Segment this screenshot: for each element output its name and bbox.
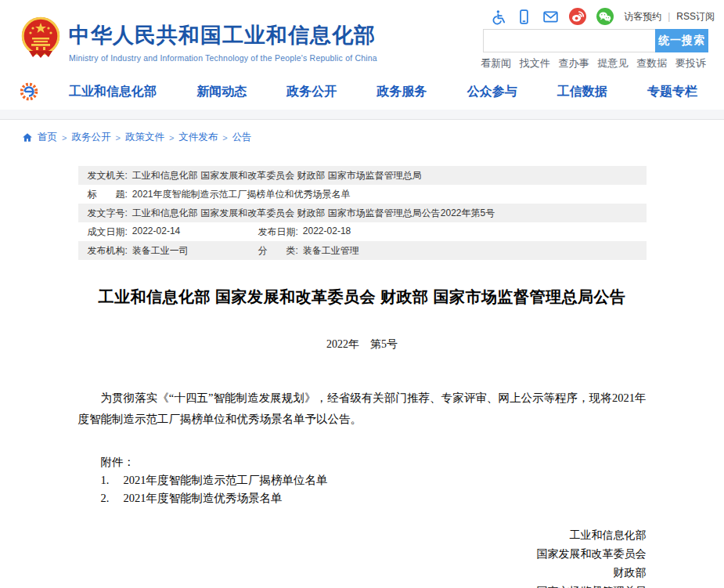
meta-label: 成文日期: [88, 225, 128, 239]
unified-search-button[interactable]: 统一搜索 [655, 29, 708, 52]
meta-row-doc-number: 发文字号: 工业和信息化部 国家发展和改革委员会 财政部 国家市场监督管理总局公… [78, 204, 647, 222]
quick-link-services[interactable]: 查办事 [559, 56, 589, 70]
utility-bar: 访客预约 | RSS订阅 [489, 8, 715, 25]
meta-value: 工业和信息化部 国家发展和改革委员会 财政部 国家市场监督管理总局 [132, 169, 422, 182]
signature-block: 工业和信息化部 国家发展和改革委员会 财政部 国家市场监督管理总局 [78, 526, 647, 588]
breadcrumb-separator: > [222, 133, 227, 142]
breadcrumb-announcement[interactable]: 公告 [232, 131, 252, 144]
attachment-item-1[interactable]: 1. 2021年度智能制造示范工厂揭榜单位名单 [101, 471, 647, 489]
signature-line: 工业和信息化部 [78, 526, 647, 545]
breadcrumb: 首页 > 政务公开 > 政策文件 > 文件发布 > 公告 [22, 131, 724, 144]
attachment-number: 1. [101, 471, 124, 489]
attachment-text: 2021年度智能制造示范工厂揭榜单位名单 [124, 471, 328, 489]
visitor-appointment-link[interactable]: 访客预约 [624, 10, 661, 23]
breadcrumb-separator: > [115, 133, 120, 142]
meta-value: 装备工业管理 [303, 244, 359, 258]
attachment-number: 2. [101, 489, 124, 507]
attachments-label: 附件： [78, 453, 647, 471]
divider: | [668, 11, 670, 22]
mail-icon[interactable] [542, 9, 559, 25]
announcement-body: 为贯彻落实《“十四五”智能制造发展规划》，经省级有关部门推荐、专家评审、网上公示… [78, 388, 647, 588]
meta-row-issuing-agency: 发文机关: 工业和信息化部 国家发展和改革委员会 财政部 国家市场监督管理总局 [78, 166, 647, 185]
weibo-icon[interactable] [569, 8, 586, 25]
breadcrumb-gov-disclosure[interactable]: 政务公开 [71, 131, 110, 144]
document-container: 发文机关: 工业和信息化部 国家发展和改革委员会 财政部 国家市场监督管理总局 … [78, 166, 647, 588]
site-subtitle: Ministry of Industry and Information Tec… [69, 53, 377, 63]
signature-line: 国家发展和改革委员会 [78, 545, 647, 564]
home-icon[interactable] [22, 132, 33, 142]
quick-links: 看新闻 找文件 查办事 提意见 查数据 要投诉 [481, 56, 706, 70]
meta-label: 分 类: [258, 244, 298, 258]
quick-link-files[interactable]: 找文件 [520, 56, 550, 70]
wechat-icon[interactable] [596, 8, 614, 25]
meta-value: 装备工业一司 [132, 244, 189, 258]
rss-subscribe-link[interactable]: RSS订阅 [676, 10, 715, 23]
quick-link-news[interactable]: 看新闻 [481, 56, 511, 70]
meta-label: 发文机关: [88, 169, 128, 182]
announcement-paragraph: 为贯彻落实《“十四五”智能制造发展规划》，经省级有关部门推荐、专家评审、网上公示… [78, 388, 647, 430]
mobile-icon[interactable] [516, 9, 532, 25]
search-input[interactable] [483, 29, 655, 52]
breadcrumb-separator: > [62, 133, 67, 142]
breadcrumb-policy-files[interactable]: 政策文件 [125, 131, 164, 144]
meta-label: 发布日期: [258, 225, 298, 239]
nav-item-gov-disclosure[interactable]: 政务公开 [286, 84, 337, 100]
site-title: 中华人民共和国工业和信息化部 [69, 21, 377, 49]
meta-value: 2022-02-14 [132, 225, 180, 239]
breadcrumb-file-release[interactable]: 文件发布 [178, 131, 218, 144]
utility-links: 访客预约 | RSS订阅 [624, 10, 715, 23]
nav-divider-strip [0, 110, 724, 120]
quick-link-suggestions[interactable]: 提意见 [597, 56, 628, 70]
breadcrumb-separator: > [169, 133, 174, 142]
miit-gear-logo-icon [20, 82, 38, 101]
quick-link-complaints[interactable]: 要投诉 [675, 56, 706, 70]
search-bar: 统一搜索 [483, 29, 708, 52]
signature-line: 财政部 [78, 564, 647, 583]
meta-label: 发文字号: [88, 207, 128, 220]
signature-line: 国家市场监督管理总局 [78, 583, 647, 588]
meta-label: 发布机构: [88, 244, 128, 258]
meta-value: 2021年度智能制造示范工厂揭榜单位和优秀场景名单 [132, 188, 351, 201]
attachment-text: 2021年度智能制造优秀场景名单 [124, 489, 283, 507]
nav-item-gov-services[interactable]: 政务服务 [376, 84, 427, 100]
national-emblem-logo [21, 16, 60, 60]
main-nav: 工业和信息化部 新闻动态 政务公开 政务服务 公众参与 工信数据 专题专栏 [0, 74, 724, 110]
nav-item-news[interactable]: 新闻动态 [196, 84, 247, 100]
meta-value: 工业和信息化部 国家发展和改革委员会 财政部 国家市场监督管理总局公告2022年… [132, 207, 495, 220]
attachment-item-2[interactable]: 2. 2021年度智能制造优秀场景名单 [101, 489, 647, 507]
document-meta-table: 发文机关: 工业和信息化部 国家发展和改革委员会 财政部 国家市场监督管理总局 … [78, 166, 647, 260]
meta-row-publisher: 发布机构: 装备工业一司 分 类: 装备工业管理 [78, 241, 647, 260]
breadcrumb-home[interactable]: 首页 [38, 131, 57, 144]
nav-item-data[interactable]: 工信数据 [557, 84, 607, 100]
attachments-section: 附件： 1. 2021年度智能制造示范工厂揭榜单位名单 2. 2021年度智能制… [78, 453, 647, 507]
nav-item-miit[interactable]: 工业和信息化部 [69, 84, 157, 100]
announcement-title: 工业和信息化部 国家发展和改革委员会 财政部 国家市场监督管理总局公告 [78, 287, 647, 308]
site-header: 中华人民共和国工业和信息化部 Ministry of Industry and … [0, 0, 724, 74]
meta-label: 标 题: [88, 188, 128, 201]
announcement-number: 2022年 第5号 [78, 337, 647, 352]
nav-item-public-participation[interactable]: 公众参与 [467, 84, 517, 100]
accessibility-icon[interactable] [489, 9, 506, 25]
quick-link-data[interactable]: 查数据 [636, 56, 667, 70]
meta-value: 2022-02-18 [303, 225, 351, 239]
meta-row-dates: 成文日期: 2022-02-14 发布日期: 2022-02-18 [78, 222, 647, 241]
nav-item-special-topics[interactable]: 专题专栏 [647, 84, 697, 100]
meta-row-title: 标 题: 2021年度智能制造示范工厂揭榜单位和优秀场景名单 [78, 185, 647, 204]
